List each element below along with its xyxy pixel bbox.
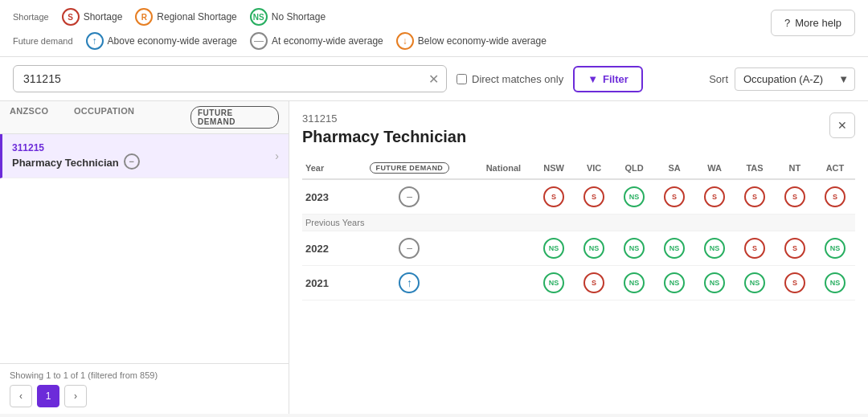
cell-year: 2022 (302, 231, 346, 266)
shortage-r-label: Regional Shortage (157, 11, 236, 22)
occ-arrow-icon: › (275, 149, 279, 162)
filter-icon: ▼ (588, 73, 598, 85)
badge-ns: NS (624, 238, 645, 259)
badge-ns: NS (664, 272, 685, 293)
badge-s: S (744, 238, 765, 259)
th-future: FUTURE DEMAND (346, 157, 473, 179)
next-page-button[interactable]: › (64, 385, 87, 407)
col-future-header: FUTURE DEMAND (190, 106, 279, 129)
future-at-icon: — (250, 32, 268, 50)
cell-nt: S (775, 266, 815, 300)
th-sa: SA (654, 157, 694, 179)
badge-s: S (784, 272, 805, 293)
direct-matches-label[interactable]: Direct matches only (457, 73, 563, 85)
cell-wa: NS (694, 266, 735, 300)
th-nt: NT (775, 157, 815, 179)
occ-name: Pharmacy Technician (12, 157, 119, 169)
badge-s: S (583, 272, 604, 293)
th-tas: TAS (735, 157, 775, 179)
help-icon: ? (784, 17, 790, 29)
cell-act: NS (815, 266, 855, 300)
direct-matches-checkbox[interactable] (457, 74, 467, 84)
search-input[interactable] (13, 65, 447, 92)
list-item[interactable]: 311215 Pharmacy Technician − › (0, 134, 289, 178)
badge-ns: NS (704, 272, 725, 293)
cell-vic: S (574, 179, 614, 215)
cell-act: S (815, 179, 855, 215)
badge-ns: NS (583, 238, 604, 259)
cell-tas: S (735, 231, 775, 266)
badge-ns: NS (624, 272, 645, 293)
right-panel: 311215 Pharmacy Technician ✕ Year FUTURE… (289, 101, 868, 414)
cell-qld: NS (614, 231, 654, 266)
close-detail-button[interactable]: ✕ (829, 112, 855, 138)
future-below-item: ↓ Below economy-wide average (396, 32, 547, 50)
sort-label: Sort (709, 73, 728, 85)
col-occupation-header: Occupation (74, 106, 190, 129)
filter-label: Filter (603, 73, 628, 85)
occ-future-badge: − (124, 153, 140, 170)
future-below-label: Below economy-wide average (418, 35, 547, 47)
future-above-cell: ↑ (399, 272, 420, 293)
cell-act: NS (815, 231, 855, 266)
badge-s: S (784, 186, 805, 207)
detail-table: Year FUTURE DEMAND National NSW VIC QLD … (302, 157, 855, 300)
badge-ns: NS (664, 238, 685, 259)
th-wa: WA (694, 157, 735, 179)
cell-nsw: S (534, 179, 574, 215)
more-help-label: More help (795, 17, 841, 29)
shortage-r-badge: R (135, 8, 153, 26)
th-year: Year (302, 157, 346, 179)
badge-ns: NS (543, 272, 564, 293)
search-wrapper: ✕ (13, 65, 447, 92)
showing-text: Showing 1 to 1 of 1 (filtered from 859) (10, 370, 279, 380)
cell-vic: NS (574, 231, 614, 266)
cell-sa: NS (654, 266, 694, 300)
cell-year: 2023 (302, 179, 346, 215)
shortage-legend-item-s: S Shortage (62, 8, 123, 26)
future-above-label: Above economy-wide average (108, 35, 237, 47)
prev-page-button[interactable]: ‹ (10, 385, 32, 407)
badge-s: S (664, 186, 685, 207)
cell-wa: NS (694, 231, 735, 266)
filter-button[interactable]: ▼ Filter (573, 66, 643, 92)
future-at-label: At economy-wide average (272, 35, 383, 47)
badge-ns: NS (825, 238, 845, 259)
badge-ns: NS (543, 238, 564, 259)
clear-search-button[interactable]: ✕ (428, 72, 439, 87)
prev-years-label: Previous Years (302, 215, 855, 231)
future-at-cell: − (399, 238, 420, 259)
cell-qld: NS (614, 179, 654, 215)
badge-ns: NS (704, 238, 725, 259)
cell-tas: NS (735, 266, 775, 300)
direct-matches-text: Direct matches only (472, 73, 563, 85)
cell-future: − (346, 231, 473, 266)
sort-select[interactable]: Occupation (A-Z) Occupation (Z-A) ANZSCO (735, 67, 855, 91)
search-bar: ✕ Direct matches only ▼ Filter Sort Occu… (0, 57, 868, 101)
future-above-item: ↑ Above economy-wide average (86, 32, 237, 50)
th-vic: VIC (574, 157, 614, 179)
cell-tas: S (735, 179, 775, 215)
cell-wa: S (694, 179, 735, 215)
cell-vic: S (574, 266, 614, 300)
cell-national (473, 179, 534, 215)
occ-left: 311215 Pharmacy Technician − (12, 142, 275, 170)
badge-s: S (744, 186, 765, 207)
th-nsw: NSW (534, 157, 574, 179)
detail-title-block: 311215 Pharmacy Technician (302, 112, 466, 146)
more-help-button[interactable]: ? More help (771, 10, 855, 36)
th-national: National (473, 157, 534, 179)
shortage-s-label: Shortage (84, 11, 123, 22)
cell-future: − (346, 179, 473, 215)
detail-title: Pharmacy Technician (302, 128, 466, 146)
page-controls: ‹ 1 › (10, 385, 279, 407)
page-1-button[interactable]: 1 (37, 385, 59, 407)
table-row: 2022 − NS NS NS NS NS S S NS (302, 231, 855, 266)
badge-ns: NS (624, 186, 645, 207)
badge-ns: NS (744, 272, 765, 293)
shortage-legend-title: Shortage (13, 12, 49, 22)
cell-nt: S (775, 179, 815, 215)
sort-select-wrapper: Occupation (A-Z) Occupation (Z-A) ANZSCO… (735, 67, 855, 91)
cell-future: ↑ (346, 266, 473, 300)
badge-s: S (704, 186, 725, 207)
